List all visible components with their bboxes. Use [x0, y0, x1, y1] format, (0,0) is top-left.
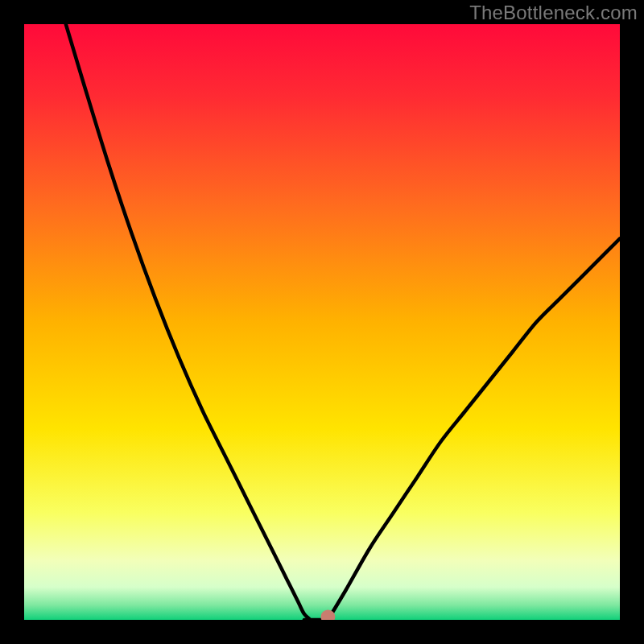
watermark-text: TheBottleneck.com	[469, 2, 638, 24]
plot-svg	[24, 24, 620, 620]
plot-area	[24, 24, 620, 620]
gradient-background	[24, 24, 620, 620]
chart-frame: TheBottleneck.com	[0, 0, 644, 644]
